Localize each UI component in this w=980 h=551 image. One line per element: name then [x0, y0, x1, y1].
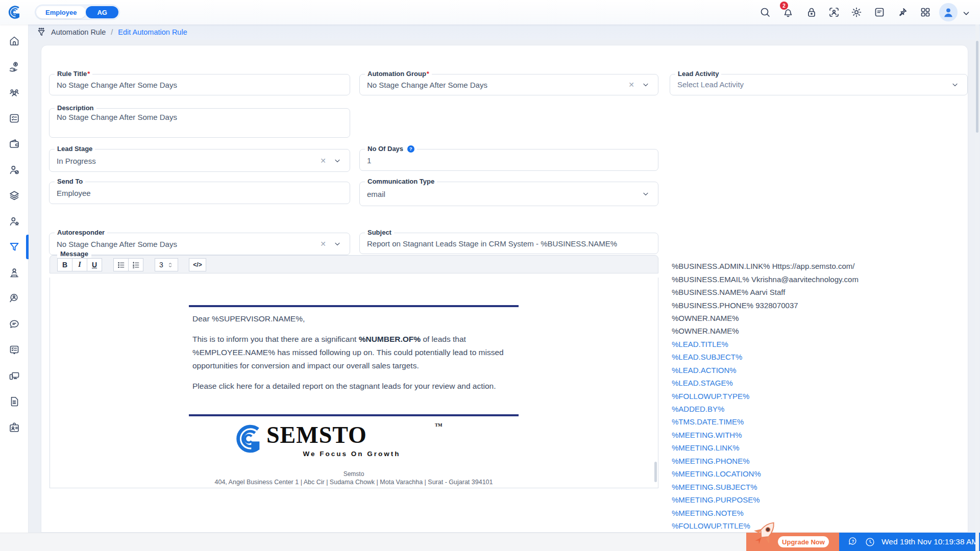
ordered-list-button[interactable] — [128, 258, 143, 271]
bold-button[interactable]: B — [57, 258, 72, 271]
placeholder-item[interactable]: %LEAD.STAGE% — [672, 377, 958, 389]
placeholder-item[interactable]: %ADDED.BY% — [672, 403, 958, 415]
lead-stage-field[interactable]: Lead Stage In Progress ✕ — [49, 149, 350, 172]
avatar[interactable] — [939, 3, 958, 21]
sidebar-item-person-desk[interactable] — [8, 267, 20, 279]
description-value: No Stage Change After Some Days — [57, 113, 177, 121]
email-divider-top — [189, 305, 519, 307]
code-view-button[interactable]: </> — [189, 258, 206, 271]
pin-icon[interactable] — [896, 6, 909, 18]
communication-type-field[interactable]: Communication Type email — [359, 182, 658, 206]
sidebar-item-layers[interactable] — [8, 189, 20, 202]
autoresponder-field[interactable]: Autoresponder No Stage Change After Some… — [49, 233, 350, 255]
chevron-down-icon[interactable] — [333, 240, 341, 248]
bullet-list-button[interactable] — [113, 258, 129, 271]
sidebar-item-form-check[interactable] — [8, 344, 20, 356]
clear-icon[interactable]: ✕ — [320, 157, 326, 165]
email-brand-tm: TM — [435, 422, 443, 428]
heading-level-select[interactable]: 3 — [155, 258, 178, 271]
email-greeting: Dear %SUPERVISOR.NAME%, — [192, 312, 305, 325]
sidebar-active-indicator — [26, 235, 29, 259]
toggle-ag[interactable]: AG — [86, 6, 118, 18]
subject-field[interactable]: Subject Report on Stagnant Leads Stage i… — [359, 233, 658, 254]
sidebar-item-devices[interactable] — [8, 370, 20, 382]
lead-activity-field[interactable]: Lead Activity Select Lead Activity — [670, 74, 968, 95]
placeholder-list: %BUSINESS.ADMIN.LINK% Https://app.semsto… — [672, 260, 958, 532]
sidebar-item-person-search[interactable] — [8, 292, 20, 305]
placeholder-item[interactable]: %MEETING.PHONE% — [672, 455, 958, 467]
notes-icon[interactable] — [873, 6, 886, 18]
face-id-icon[interactable] — [828, 6, 840, 18]
breadcrumb-section[interactable]: Automation Rule — [51, 28, 106, 36]
placeholder-item[interactable]: %MEETING.PURPOSE% — [672, 493, 958, 506]
underline-button[interactable]: U — [87, 258, 102, 271]
placeholder-item[interactable]: %BUSINESS.NAME% Aarvi Staff — [672, 286, 958, 298]
settings-gear-icon[interactable] — [850, 6, 863, 18]
datetime-text: Wed 19th Nov 10:19:38 AM — [881, 537, 978, 546]
sidebar-item-funnel[interactable] — [8, 241, 20, 253]
sidebar-item-team[interactable] — [8, 86, 20, 98]
upgrade-now-button[interactable]: Upgrade Now — [778, 536, 829, 547]
placeholder-item[interactable]: %MEETING.LOCATION% — [672, 467, 958, 480]
clear-icon[interactable]: ✕ — [628, 81, 634, 89]
chevron-down-icon[interactable] — [333, 157, 341, 165]
italic-button[interactable]: I — [72, 258, 87, 271]
placeholder-item[interactable]: %LEAD.SUBJECT% — [672, 350, 958, 363]
clock-icon[interactable] — [865, 537, 875, 547]
sidebar-item-person-star[interactable] — [8, 215, 20, 228]
placeholder-item[interactable]: %MEETING.NOTE% — [672, 506, 958, 519]
sidebar-item-id-card[interactable] — [8, 421, 20, 434]
placeholder-item[interactable]: %LEAD.TITLE% — [672, 338, 958, 350]
user-icon — [942, 6, 955, 19]
placeholder-item[interactable]: %TMS.DATE.TIME% — [672, 415, 958, 428]
toggle-employee[interactable]: Employee — [36, 6, 86, 18]
lock-icon[interactable] — [805, 6, 818, 18]
description-field[interactable]: Description No Stage Change After Some D… — [49, 108, 350, 138]
automation-group-field[interactable]: Automation Group* No Stage Change After … — [359, 74, 658, 95]
help-icon[interactable]: ? — [407, 145, 414, 153]
placeholder-item[interactable]: %MEETING.WITH% — [672, 429, 958, 441]
send-to-field[interactable]: Send To Employee — [49, 182, 350, 204]
autoresponder-label: Autoresponder — [57, 229, 105, 236]
sidebar-item-person-check[interactable] — [8, 164, 20, 176]
lead-activity-label: Lead Activity — [678, 70, 719, 78]
placeholder-item[interactable]: %OWNER.NAME% — [672, 324, 958, 337]
devices-icon — [8, 370, 20, 382]
editor-scrollbar[interactable] — [654, 462, 657, 482]
filter-settings-icon — [36, 27, 47, 38]
placeholder-item[interactable]: %OWNER.NAME% — [672, 312, 958, 324]
search-icon[interactable] — [759, 6, 771, 18]
sidebar-item-home[interactable] — [8, 35, 20, 47]
placeholder-item[interactable]: %MEETING.SUBJECT% — [672, 480, 958, 493]
sidebar-item-chat[interactable] — [8, 318, 20, 331]
sidebar-item-hand-money[interactable] — [8, 61, 20, 73]
page-scrollbar-thumb[interactable] — [976, 41, 978, 133]
sidebar-item-document[interactable] — [8, 395, 20, 408]
placeholder-item[interactable]: %MEETING.LINK% — [672, 441, 958, 454]
account-chevron-down-icon[interactable] — [962, 9, 971, 18]
email-body-paragraph: This is to inform you that there are a s… — [192, 333, 519, 372]
placeholder-item[interactable]: %BUSINESS.ADMIN.LINK% Https://app.semsto… — [672, 260, 958, 272]
semsto-logo-icon[interactable] — [7, 5, 22, 20]
chevron-down-icon[interactable] — [951, 81, 959, 89]
no-of-days-field[interactable]: No Of Days ? 1 — [359, 149, 658, 171]
chevron-down-icon[interactable] — [642, 190, 650, 198]
chevron-down-icon[interactable] — [642, 81, 650, 89]
rocket-icon — [748, 513, 780, 551]
breadcrumb-current[interactable]: Edit Automation Rule — [118, 28, 187, 36]
datetime-bar: ? Wed 19th Nov 10:19:38 AM — [839, 533, 980, 551]
clear-icon[interactable]: ✕ — [320, 240, 326, 248]
sidebar-item-checklist[interactable] — [8, 112, 20, 124]
placeholder-item[interactable]: %FOLLOWUP.TITLE% — [672, 519, 958, 532]
sidebar-item-wallet[interactable] — [8, 138, 20, 150]
placeholder-item[interactable]: %LEAD.ACTION% — [672, 364, 958, 377]
wallet-icon — [8, 138, 20, 150]
placeholder-item[interactable]: %FOLLOWUP.TYPE% — [672, 389, 958, 402]
placeholder-item[interactable]: %BUSINESS.PHONE% 9328070037 — [672, 298, 958, 311]
rule-title-field[interactable]: Rule Title* No Stage Change After Some D… — [49, 74, 350, 95]
message-label: Message — [57, 250, 91, 258]
apps-grid-icon[interactable] — [919, 6, 932, 18]
chat-help-icon[interactable]: ? — [847, 536, 859, 547]
placeholder-item[interactable]: %BUSINESS.EMAIL% Vkrishna@aarvitechnolog… — [672, 272, 958, 285]
email-brand-wordmark: SEMSTO — [266, 421, 367, 448]
